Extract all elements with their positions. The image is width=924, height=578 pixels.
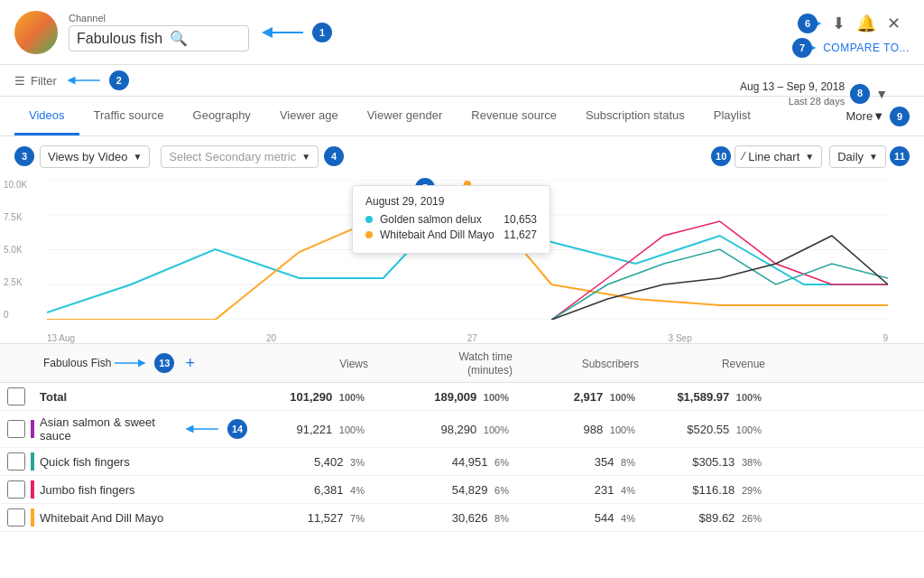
- row-watch-pct-4: 8%: [494, 513, 509, 524]
- row-rev-1: $520.55: [687, 423, 729, 436]
- tab-videos[interactable]: Videos: [14, 98, 79, 135]
- more-dropdown-icon: ▼: [873, 109, 884, 123]
- row-watch-1: 98,290: [440, 423, 476, 436]
- bubble-3: 3: [14, 146, 34, 166]
- row-check-4[interactable]: [7, 508, 25, 527]
- tooltip-dot-1: [365, 231, 373, 238]
- chart-type-dropdown[interactable]: ∕ Line chart ▼: [735, 145, 822, 168]
- arrow-14: [182, 422, 224, 436]
- row-check-2[interactable]: [7, 452, 25, 471]
- bubble-9: 9: [890, 107, 910, 126]
- col-header-views: Views: [339, 358, 368, 370]
- tab-playlist[interactable]: Playlist: [699, 98, 765, 135]
- tab-viewer-age[interactable]: Viewer age: [265, 98, 353, 135]
- row-watch-pct-2: 6%: [494, 457, 509, 468]
- table-section: Fabulous Fish 13 + Views Watch time(minu…: [0, 343, 924, 532]
- table-row-total: Total 101,290 100% 189,009 100% 2,917 10…: [0, 383, 924, 411]
- row-name-3: Jumbo fish fingers: [40, 483, 247, 497]
- row-check-1[interactable]: [7, 420, 25, 438]
- x-label-3sep: 3 Sep: [669, 333, 692, 343]
- tooltip-date: August 29, 2019: [365, 195, 537, 208]
- table-row-3: Jumbo fish fingers 6,381 4% 54,829 6% 23…: [0, 476, 924, 504]
- search-icon[interactable]: 🔍: [170, 30, 188, 47]
- tabs-more[interactable]: More ▼: [846, 109, 885, 123]
- row-subs-2: 354: [595, 455, 614, 469]
- filter-label: Filter: [31, 74, 57, 88]
- row-check-total[interactable]: [7, 387, 25, 406]
- tab-viewer-gender[interactable]: Viewer gender: [353, 98, 457, 135]
- bubble-11: 11: [890, 146, 910, 166]
- color-bar-total: [31, 387, 34, 406]
- row-views-pct-1: 100%: [339, 424, 365, 435]
- y-label-0: 0: [4, 310, 27, 320]
- row-subs-pct-1: 100%: [610, 424, 635, 435]
- bubble-1: 1: [312, 23, 332, 42]
- row-rev-pct-3: 29%: [742, 485, 762, 496]
- row-watch-pct-1: 100%: [484, 424, 509, 435]
- row-rev-pct-2: 38%: [742, 457, 762, 468]
- primary-metric-label: Views by Video: [48, 150, 127, 163]
- close-button[interactable]: ✕: [883, 10, 904, 37]
- x-label-13aug: 13 Aug: [47, 333, 75, 343]
- row-rev-pct-1: 100%: [736, 424, 762, 435]
- download-button[interactable]: ⬇: [828, 10, 849, 37]
- secondary-metric-label: Select Secondary metric: [169, 150, 296, 163]
- row-check-3[interactable]: [7, 480, 25, 499]
- chart-type-controls: 10 ∕ Line chart ▼ Daily ▼ 11: [711, 145, 910, 168]
- bubble-6: 6: [798, 14, 818, 33]
- line-black: [551, 236, 888, 320]
- row-views-pct-4: 7%: [350, 513, 365, 524]
- row-views-pct-3: 4%: [350, 485, 365, 496]
- compare-button[interactable]: COMPARE TO...: [823, 42, 910, 54]
- chart-controls: 3 Views by Video ▼ Select Secondary metr…: [0, 136, 924, 176]
- tooltip-val-0: 10,653: [504, 213, 537, 226]
- arrow-2: [64, 71, 109, 89]
- row-views-pct-2: 3%: [350, 457, 365, 468]
- table-header-row: Fabulous Fish 13 + Views Watch time(minu…: [0, 344, 924, 383]
- x-label-9: 9: [882, 333, 888, 343]
- chart-type-arrow: ▼: [805, 152, 814, 162]
- row-subs-pct-2: 8%: [621, 457, 635, 468]
- color-bar-1: [31, 420, 34, 438]
- chart-tooltip: August 29, 2019 Golden salmon delux 10,6…: [352, 185, 550, 254]
- row-views-pct-total: 100%: [339, 392, 365, 403]
- col-header-revenue: Revenue: [722, 358, 765, 370]
- tabs-container: Videos Traffic source Geography Viewer a…: [0, 97, 924, 136]
- interval-dropdown[interactable]: Daily ▼: [829, 145, 886, 168]
- tooltip-name-1: Whitebait And Dill Mayo: [380, 228, 496, 241]
- row-watch-4: 30,626: [452, 511, 488, 525]
- channel-search-box[interactable]: Fabulous fish 🔍: [69, 25, 249, 51]
- row-name-4: Whitebait And Dill Mayo: [40, 511, 247, 525]
- header-right: 6 ⬇ 🔔 ✕ 7 COMPARE TO...: [792, 10, 910, 55]
- bubble-4: 4: [324, 146, 344, 166]
- row-views-total: 101,290: [290, 390, 332, 404]
- y-label-25k: 2.5K: [4, 277, 27, 287]
- row-watch-pct-3: 6%: [494, 485, 509, 496]
- tab-geography[interactable]: Geography: [179, 98, 265, 135]
- primary-metric-dropdown[interactable]: Views by Video ▼: [40, 145, 150, 168]
- row-subs-3: 231: [595, 483, 614, 497]
- notifications-button[interactable]: 🔔: [853, 10, 880, 37]
- tooltip-val-1: 11,627: [504, 228, 537, 241]
- tab-revenue-source[interactable]: Revenue source: [457, 98, 571, 135]
- row-subs-pct-4: 4%: [621, 513, 635, 524]
- secondary-metric-arrow: ▼: [301, 152, 310, 162]
- row-rev-3: $116.18: [692, 483, 735, 497]
- row-watch-pct-total: 100%: [484, 392, 509, 403]
- table-row-4: Whitebait And Dill Mayo 11,527 7% 30,626…: [0, 504, 924, 532]
- row-rev-pct-4: 26%: [742, 513, 762, 524]
- row-subs-total: 2,917: [574, 390, 604, 404]
- tooltip-name-0: Golden salmon delux: [380, 213, 496, 226]
- row-rev-total: $1,589.97: [677, 390, 729, 404]
- bubble-14: 14: [227, 419, 247, 439]
- row-subs-1: 988: [584, 423, 604, 436]
- arrow-13: [115, 354, 151, 372]
- tab-subscription-status[interactable]: Subscription status: [571, 98, 699, 135]
- tab-traffic-source[interactable]: Traffic source: [79, 98, 179, 135]
- row-subs-4: 544: [595, 511, 614, 525]
- row-views-1: 91,221: [296, 423, 332, 436]
- secondary-metric-dropdown[interactable]: Select Secondary metric ▼: [161, 145, 319, 168]
- add-video-button[interactable]: +: [185, 354, 195, 373]
- color-bar-4: [31, 508, 34, 527]
- row-subs-pct-total: 100%: [610, 392, 635, 403]
